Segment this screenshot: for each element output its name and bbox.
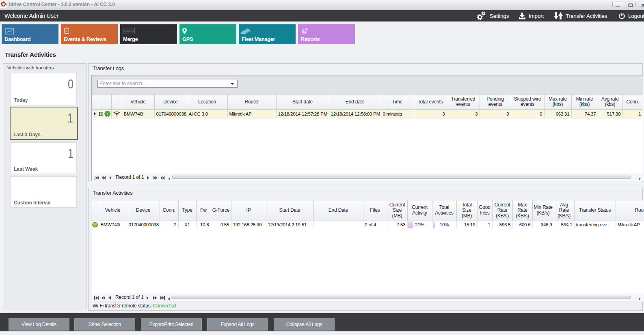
svg-text:MERGE: MERGE — [124, 30, 135, 33]
